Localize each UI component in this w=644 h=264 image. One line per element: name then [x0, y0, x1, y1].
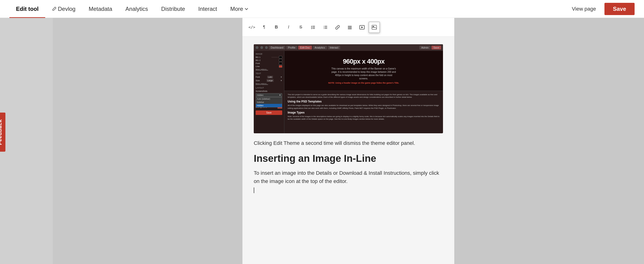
tab-admin: Admin: [420, 46, 430, 50]
top-nav: Edit tool Devlog Metadata Analytics Dist…: [0, 0, 644, 18]
align-button[interactable]: [344, 22, 356, 33]
paragraph-button[interactable]: ¶: [258, 22, 270, 33]
list-ordered-button[interactable]: 1 2 3: [320, 22, 331, 33]
nav-item-more[interactable]: More: [224, 6, 255, 12]
nav-item-analytics[interactable]: Analytics: [119, 0, 155, 18]
screenshot-intro-text: This itch project is intended to serve a…: [288, 93, 440, 98]
save-button[interactable]: Save: [604, 3, 634, 15]
svg-rect-0: [311, 26, 312, 27]
text-section-label: TEXT: [256, 72, 282, 75]
svg-rect-3: [312, 27, 315, 28]
svg-rect-14: [348, 28, 352, 28]
line-label: Line: [256, 65, 260, 68]
save-row: Save: [256, 110, 282, 115]
layout-section: LAYOUT Screenshots Hidden ▼ Auto (: [256, 87, 282, 115]
line-color: [279, 65, 282, 68]
bg2-row: BG 2: [256, 59, 282, 62]
image-section: IMAGE BG 1 BG 2: [256, 53, 282, 70]
bg1-label: BG 1: [256, 56, 260, 58]
screenshot-psd-heading: Using the PSD Templates: [288, 100, 440, 103]
bold-button[interactable]: B: [271, 22, 282, 33]
image-icon: [372, 25, 377, 30]
tab-interact: Interact: [328, 46, 340, 50]
svg-rect-4: [311, 28, 312, 29]
svg-rect-5: [312, 28, 315, 29]
tab-save: Save: [432, 46, 441, 50]
dropdown-current-value: Hidden: [257, 94, 264, 96]
strikethrough-button[interactable]: S: [295, 22, 306, 33]
screenshot-types-text: Note: Several of the images in the descr…: [288, 115, 440, 120]
svg-rect-8: [324, 28, 327, 29]
banner-text: This canvas is the maximum width of the …: [331, 67, 396, 80]
list-ordered-icon: 1 2 3: [323, 25, 328, 30]
dropdown-option-hidden[interactable]: Hidden: [256, 104, 282, 107]
svg-rect-6: [324, 26, 327, 26]
bg1-color: [279, 56, 282, 58]
window-control: [256, 46, 258, 49]
screenshots-dropdown[interactable]: Hidden ▼ Auto (sidebar) Sidebar Hidden: [256, 93, 282, 97]
svg-rect-1: [312, 26, 315, 26]
line-row: Line: [256, 65, 282, 68]
text-more-options-link[interactable]: More options...: [256, 83, 282, 85]
dropdown-button[interactable]: Hidden ▼: [256, 93, 282, 97]
nav-item-distribute[interactable]: Distribute: [155, 0, 192, 18]
dropdown-menu: Auto (sidebar) Sidebar Hidden: [256, 97, 282, 107]
media-button[interactable]: [356, 22, 368, 33]
text-section: TEXT Font Lato ▼ Size Large ▼: [256, 72, 282, 85]
list-unordered-button[interactable]: [308, 22, 319, 33]
svg-rect-15: [348, 29, 352, 29]
list-unordered-icon: [311, 25, 316, 30]
image-button[interactable]: [368, 22, 380, 33]
text-font-val: Lato: [267, 76, 273, 78]
screenshot-types-heading: Image Types: [288, 111, 440, 114]
inline-text: To insert an image into the Details or D…: [254, 169, 443, 185]
screenshot-image: Dashboard Profile Edit Doc Analytics Int…: [254, 44, 443, 133]
screenshot-save-button[interactable]: Save: [256, 110, 282, 115]
font-color: [279, 62, 282, 65]
screenshot-main-content: 960px x 400px This canvas is the maximum…: [284, 51, 443, 133]
align-icon: [348, 25, 352, 30]
svg-rect-7: [324, 27, 327, 28]
tab-profile: Profile: [286, 46, 297, 50]
editor-content[interactable]: Dashboard Profile Edit Doc Analytics Int…: [242, 37, 454, 264]
dropdown-option-sidebar[interactable]: Sidebar: [256, 101, 282, 104]
italic-button[interactable]: I: [283, 22, 294, 33]
screenshot-topbar: Dashboard Profile Edit Doc Analytics Int…: [254, 44, 443, 51]
link-button[interactable]: [332, 22, 343, 33]
text-size-row: Size Large ▼: [256, 79, 282, 82]
link-icon: [335, 25, 340, 30]
code-button[interactable]: </>: [246, 22, 258, 33]
image-section-label: IMAGE: [256, 53, 282, 55]
text-font-row: Font Lato ▼: [256, 76, 282, 78]
banner-note: NOTE: Using a header image on the game p…: [328, 82, 399, 84]
screenshot-psd-text: All of the images displayed on this page…: [288, 104, 440, 109]
nav-item-interact[interactable]: Interact: [192, 0, 224, 18]
bg1-val: [272, 57, 278, 58]
tab-edit-doc: Edit Doc: [298, 46, 312, 50]
nav-item-edit-tool[interactable]: Edit tool: [10, 0, 45, 18]
layout-section-label: LAYOUT: [256, 87, 282, 89]
screenshots-label: Screenshots: [256, 90, 268, 92]
feedback-tab[interactable]: Feedback: [0, 113, 6, 152]
dropdown-option-auto[interactable]: Auto (sidebar): [256, 97, 282, 101]
view-page-button[interactable]: View page: [568, 4, 600, 14]
bg2-color: [279, 59, 282, 62]
media-icon: [360, 25, 364, 30]
nav-right: View page Save: [568, 3, 634, 15]
editor-toolbar: </> ¶ B I S: [242, 18, 454, 37]
more-options-link[interactable]: More options...: [256, 68, 282, 70]
tab-analytics: Analytics: [313, 46, 327, 50]
left-panel: [0, 18, 53, 264]
nav-item-devlog[interactable]: Devlog: [45, 0, 82, 18]
text-cursor: [254, 187, 254, 193]
bg2-label: BG 2: [256, 59, 260, 62]
window-control: [260, 46, 263, 49]
dropdown-arrow-icon: ▼: [279, 94, 281, 96]
svg-rect-2: [311, 27, 312, 28]
nav-item-metadata[interactable]: Metadata: [82, 0, 119, 18]
edit-icon: [52, 7, 56, 11]
dismiss-text: Clicking Edit Theme a second time will d…: [254, 139, 443, 147]
text-font-label: Font: [256, 76, 260, 78]
banner-title: 960px x 400px: [343, 58, 384, 65]
svg-rect-12: [348, 26, 352, 26]
